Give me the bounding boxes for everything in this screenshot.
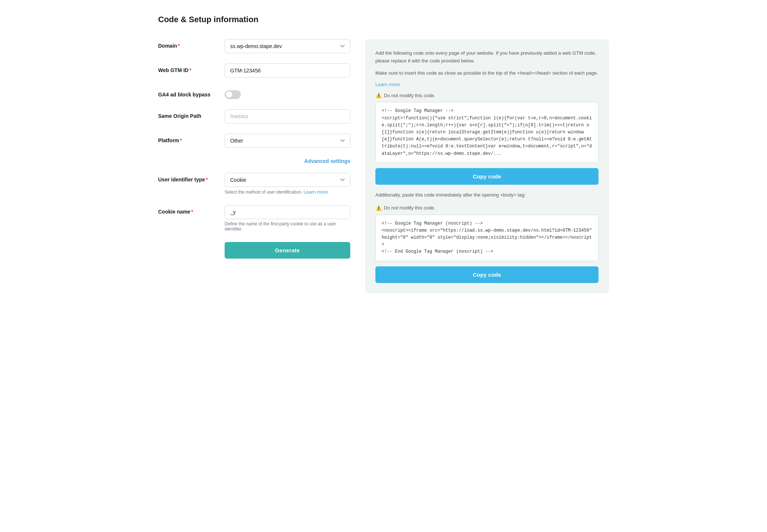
web-gtm-id-control-wrap xyxy=(225,64,350,78)
warning-row-2: ⚠️ Do not modify this code. xyxy=(375,205,599,211)
cookie-name-field-group: Cookie name* Define the name of the firs… xyxy=(158,205,350,232)
platform-control-wrap: Other xyxy=(225,134,350,148)
user-id-type-select[interactable]: Cookie xyxy=(225,173,350,187)
additional-text: Additionally, paste this code immediatel… xyxy=(375,192,599,198)
domain-select[interactable]: ss.wp-demo.stape.dev xyxy=(225,39,350,53)
cookie-name-label: Cookie name* xyxy=(158,205,225,215)
warning-text-1: Do not modify this code. xyxy=(384,93,435,98)
web-gtm-id-input[interactable] xyxy=(225,64,350,78)
platform-label: Platform* xyxy=(158,134,225,143)
same-origin-input[interactable] xyxy=(225,109,350,123)
domain-label: Domain* xyxy=(158,39,225,49)
code-snippet-box-2[interactable]: <!-- Google Tag Manager (noscript) --> <… xyxy=(375,215,599,261)
web-gtm-id-label: Web GTM ID* xyxy=(158,64,225,73)
warning-row-1: ⚠️ Do not modify this code. xyxy=(375,92,599,98)
same-origin-label: Same Origin Path xyxy=(158,109,225,119)
cookie-name-helper-text: Define the name of the first-party cooki… xyxy=(225,221,350,232)
domain-field-group: Domain* ss.wp-demo.stape.dev xyxy=(158,39,350,53)
user-id-type-control-wrap: Cookie Select the method of user identif… xyxy=(225,173,350,195)
warning-icon-2: ⚠️ xyxy=(375,205,382,211)
right-panel: Add the following code onto every page o… xyxy=(365,39,609,293)
instruction-main-text: Add the following code onto every page o… xyxy=(375,50,599,65)
left-panel: Domain* ss.wp-demo.stape.dev Web GTM ID* xyxy=(158,39,350,293)
section-separator: Additionally, paste this code immediatel… xyxy=(375,192,599,198)
user-id-learn-more-link[interactable]: Learn more xyxy=(303,189,328,195)
domain-control-wrap: ss.wp-demo.stape.dev xyxy=(225,39,350,53)
instruction-sub-text: Make sure to insert this code as close a… xyxy=(375,69,599,77)
warning-text-2: Do not modify this code. xyxy=(384,205,435,211)
toggle-slider xyxy=(225,90,241,99)
user-id-helper-text: Select the method of user identification… xyxy=(225,189,350,195)
user-id-type-label: User identifier type* xyxy=(158,173,225,183)
code-snippet-box-1[interactable]: <!-- Google Tag Manager --> <script>!fun… xyxy=(375,102,599,163)
code-learn-more-link[interactable]: Learn more xyxy=(375,82,400,87)
platform-field-group: Platform* Other xyxy=(158,134,350,148)
ga4-toggle[interactable] xyxy=(225,90,241,99)
advanced-settings-link[interactable]: Advanced settings xyxy=(304,158,350,164)
warning-icon-1: ⚠️ xyxy=(375,92,382,98)
ga4-bypass-field-group: GA4 ad block bypass xyxy=(158,88,350,99)
same-origin-field-group: Same Origin Path xyxy=(158,109,350,123)
copy-code-button-1[interactable]: Copy code xyxy=(375,168,599,185)
ga4-bypass-label: GA4 ad block bypass xyxy=(158,88,225,98)
web-gtm-id-field-group: Web GTM ID* xyxy=(158,64,350,78)
user-id-type-field-group: User identifier type* Cookie Select the … xyxy=(158,173,350,195)
platform-select[interactable]: Other xyxy=(225,134,350,148)
same-origin-control-wrap xyxy=(225,109,350,123)
advanced-settings-row: Advanced settings xyxy=(225,158,350,164)
page-title: Code & Setup information xyxy=(158,15,609,24)
generate-btn-row: Generate xyxy=(225,242,350,259)
cookie-name-input[interactable] xyxy=(225,205,350,219)
generate-button[interactable]: Generate xyxy=(225,242,350,259)
cookie-name-control-wrap: Define the name of the first-party cooki… xyxy=(225,205,350,232)
copy-code-button-2[interactable]: Copy code xyxy=(375,266,599,283)
ga4-toggle-wrap xyxy=(225,88,241,99)
